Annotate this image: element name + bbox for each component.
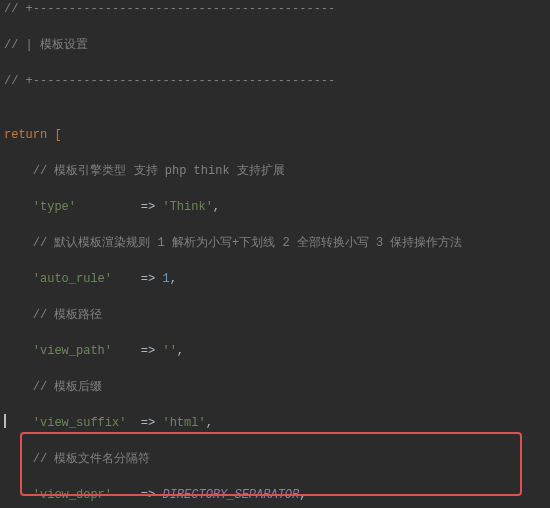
code-line: // | 模板设置 — [0, 36, 550, 54]
comment: // 模板后缀 — [4, 380, 102, 394]
comment: // 模板引擎类型 支持 php think 支持扩展 — [4, 164, 285, 178]
code-line: 'auto_rule' => 1, — [0, 270, 550, 288]
code-line: 'view_suffix' => 'html', — [0, 414, 550, 432]
keyword-return: return — [4, 128, 47, 142]
code-line: // 模板引擎类型 支持 php think 支持扩展 — [0, 162, 550, 180]
code-line: return [ — [0, 126, 550, 144]
config-key-view-depr: 'view_depr' — [4, 488, 112, 502]
config-key-type: 'type' — [4, 200, 76, 214]
config-key-view-suffix: 'view_suffix' — [4, 416, 126, 430]
code-line: // 模板路径 — [0, 306, 550, 324]
code-editor[interactable]: // +------------------------------------… — [0, 0, 550, 508]
comment: // +------------------------------------… — [4, 2, 335, 16]
comment: // | 模板设置 — [4, 38, 88, 52]
comment: // 默认模板渲染规则 1 解析为小写+下划线 2 全部转换小写 3 保持操作方… — [4, 236, 462, 250]
code-line: 'type' => 'Think', — [0, 198, 550, 216]
comment: // 模板文件名分隔符 — [4, 452, 150, 466]
code-line: 'view_depr' => DIRECTORY_SEPARATOR, — [0, 486, 550, 504]
code-line: // 模板后缀 — [0, 378, 550, 396]
code-line: // +------------------------------------… — [0, 72, 550, 90]
comment: // 模板路径 — [4, 308, 102, 322]
code-line: // 默认模板渲染规则 1 解析为小写+下划线 2 全部转换小写 3 保持操作方… — [0, 234, 550, 252]
config-key-view-path: 'view_path' — [4, 344, 112, 358]
text-caret — [4, 414, 6, 428]
config-key-auto-rule: 'auto_rule' — [4, 272, 112, 286]
code-line: 'view_path' => '', — [0, 342, 550, 360]
comment: // +------------------------------------… — [4, 74, 335, 88]
code-line: // 模板文件名分隔符 — [0, 450, 550, 468]
code-line: // +------------------------------------… — [0, 0, 550, 18]
